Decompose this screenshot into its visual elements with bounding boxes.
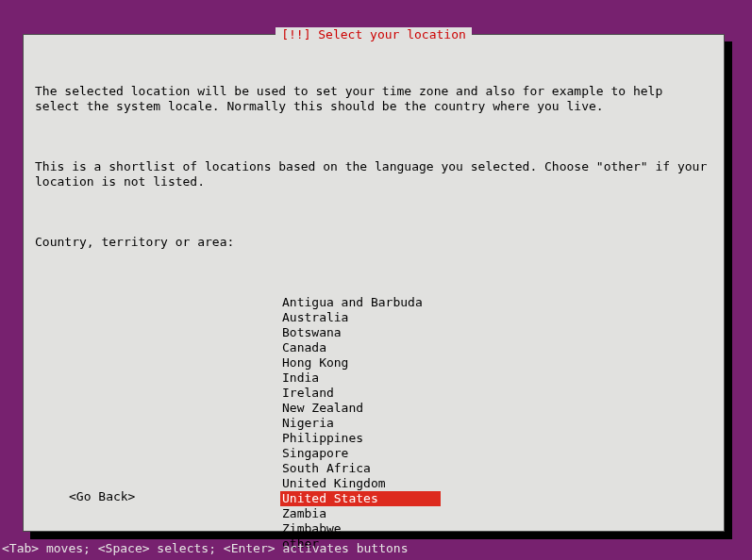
dialog-title: [!!] Select your location <box>276 27 472 42</box>
country-option[interactable]: Zambia <box>280 506 450 521</box>
country-option[interactable]: Ireland <box>280 386 450 401</box>
country-option[interactable]: South Africa <box>280 461 450 476</box>
intro-paragraph-2: This is a shortlist of locations based o… <box>35 159 712 189</box>
footer-hint: <Tab> moves; <Space> selects; <Enter> ac… <box>2 541 408 556</box>
location-dialog: [!!] Select your location The selected l… <box>23 34 725 532</box>
go-back-button[interactable]: <Go Back> <box>69 489 135 504</box>
country-option[interactable]: United Kingdom <box>280 476 450 491</box>
country-option[interactable]: United States <box>280 491 441 506</box>
country-option[interactable]: Botswana <box>280 325 450 340</box>
country-option[interactable]: Hong Kong <box>280 355 450 371</box>
country-option[interactable]: Australia <box>280 310 450 325</box>
list-prompt: Country, territory or area: <box>35 235 712 250</box>
country-option[interactable]: Singapore <box>280 446 450 461</box>
country-option[interactable]: New Zealand <box>280 401 450 416</box>
intro-paragraph-1: The selected location will be used to se… <box>35 84 712 114</box>
country-option[interactable]: Zimbabwe <box>280 521 450 536</box>
dialog-title-wrap: [!!] Select your location <box>24 27 724 42</box>
country-option[interactable]: Antigua and Barbuda <box>280 295 450 310</box>
country-option[interactable]: Philippines <box>280 431 450 446</box>
country-list[interactable]: Antigua and BarbudaAustraliaBotswanaCana… <box>280 295 450 552</box>
country-option[interactable]: Canada <box>280 340 450 355</box>
country-option[interactable]: Nigeria <box>280 416 450 431</box>
country-option[interactable]: India <box>280 371 450 386</box>
dialog-content: The selected location will be used to se… <box>24 35 724 560</box>
